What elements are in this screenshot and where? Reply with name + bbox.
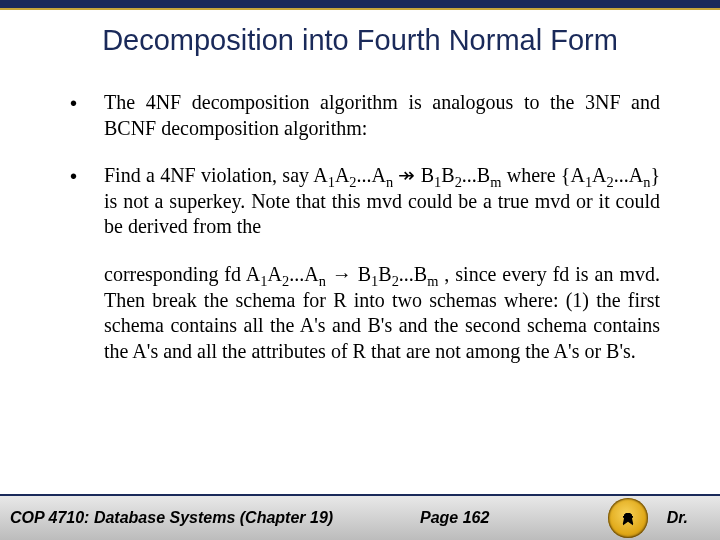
sub: m <box>427 273 438 289</box>
t: where {A <box>501 164 584 186</box>
slide-title: Decomposition into Fourth Normal Form <box>0 24 720 57</box>
t: B <box>441 164 454 186</box>
bullet-marker: • <box>70 163 104 240</box>
bullet-2-text: Find a 4NF violation, say A1A2...An ↠ B1… <box>104 163 660 240</box>
sub: 1 <box>260 273 267 289</box>
t: ...B <box>462 164 490 186</box>
t: Find a 4NF violation, say A <box>104 164 328 186</box>
sub: 2 <box>349 174 356 190</box>
sub: 1 <box>585 174 592 190</box>
fd-arrow: → B <box>326 263 371 285</box>
sub: 1 <box>328 174 335 190</box>
t: ...A <box>289 263 318 285</box>
t: A <box>268 263 282 285</box>
bullet-marker: • <box>70 90 104 141</box>
sub: 2 <box>392 273 399 289</box>
top-underline <box>0 8 720 10</box>
sub: 2 <box>607 174 614 190</box>
footer-course: COP 4710: Database Systems (Chapter 19) <box>10 509 333 527</box>
bullet-1: • The 4NF decomposition algorithm is ana… <box>70 90 660 141</box>
sub: 2 <box>455 174 462 190</box>
slide-body: • The 4NF decomposition algorithm is ana… <box>70 90 660 364</box>
t: B <box>378 263 391 285</box>
slide: Decomposition into Fourth Normal Form • … <box>0 0 720 540</box>
sub: n <box>319 273 326 289</box>
bullet-1-text: The 4NF decomposition algorithm is analo… <box>104 90 660 141</box>
footer: COP 4710: Database Systems (Chapter 19) … <box>10 496 710 540</box>
mvd-arrow: ↠ B <box>393 164 434 186</box>
bullet-2-continuation: corresponding fd A1A2...An → B1B2...Bm ,… <box>104 262 660 364</box>
t: ...B <box>399 263 427 285</box>
t: corresponding fd A <box>104 263 260 285</box>
top-band <box>0 0 720 8</box>
bullet-2: • Find a 4NF violation, say A1A2...An ↠ … <box>70 163 660 240</box>
t: A <box>592 164 606 186</box>
footer-page: Page 162 <box>420 509 489 527</box>
sub: m <box>490 174 501 190</box>
footer-author: Dr. <box>667 509 688 527</box>
t: A <box>335 164 349 186</box>
t: ...A <box>614 164 643 186</box>
t: ...A <box>357 164 386 186</box>
